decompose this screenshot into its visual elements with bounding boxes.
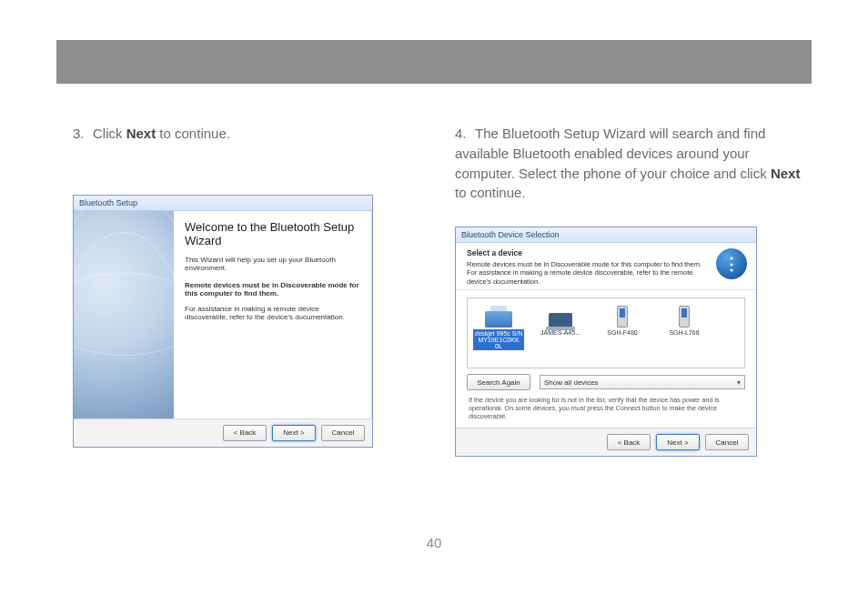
step-3-bold: Next <box>126 126 156 141</box>
content-columns: 3.Click Next to continue. Bluetooth Setu… <box>73 124 801 457</box>
step-3-post: to continue. <box>156 126 230 141</box>
dialog1-p1: This Wizard will help you set up your Bl… <box>185 256 361 272</box>
right-column: 4.The Bluetooth Setup Wizard will search… <box>455 124 801 457</box>
device-label: JAMES-A45... <box>540 329 580 336</box>
step-4-bold: Next <box>771 166 801 181</box>
step-4-post: to continue. <box>455 185 526 200</box>
back-button[interactable]: < Back <box>607 434 651 450</box>
device-item-printer[interactable]: deskjet 995c S/N MY19E1C0KK 0L <box>473 304 524 350</box>
step-4-text: 4.The Bluetooth Setup Wizard will search… <box>455 124 801 203</box>
device-item-laptop[interactable]: JAMES-A45... <box>535 304 586 336</box>
device-label: SGH-F480 <box>607 329 637 336</box>
printer-icon <box>485 311 512 328</box>
dialog2-header: Select a device Remote devices must be i… <box>456 243 756 290</box>
dialog2-header-text: Select a device Remote devices must be i… <box>467 248 709 286</box>
page-number: 40 <box>0 535 868 550</box>
step-4-pre: The Bluetooth Setup Wizard will search a… <box>455 126 771 181</box>
dropdown-value: Show all devices <box>544 378 599 387</box>
device-item-phone1[interactable]: SGH-F480 <box>597 304 648 336</box>
dialog1-p2: For assistance in making a remote device… <box>185 305 361 321</box>
bluetooth-device-selection-dialog: Bluetooth Device Selection Select a devi… <box>455 227 757 457</box>
step-4-number: 4. <box>455 124 475 144</box>
bluetooth-setup-dialog: Bluetooth Setup Welcome to the Bluetooth… <box>73 195 373 448</box>
dialog2-subhead: Select a device <box>467 248 709 257</box>
device-label: deskjet 995c S/N MY19E1C0KK 0L <box>473 329 524 350</box>
dialog1-body: Welcome to the Bluetooth Setup Wizard Th… <box>74 211 372 418</box>
cancel-button[interactable]: Cancel <box>321 425 365 441</box>
dialog1-globe-image <box>74 211 174 418</box>
dialog2-note: If the device you are looking for is not… <box>469 396 743 420</box>
device-filter-dropdown[interactable]: Show all devices ▾ <box>540 375 745 389</box>
dialog2-title: Bluetooth Device Selection <box>456 227 756 243</box>
device-item-phone2[interactable]: SGH-L768 <box>659 304 710 336</box>
laptop-icon <box>549 313 572 328</box>
dialog1-title: Bluetooth Setup <box>74 196 372 211</box>
header-bar <box>56 40 812 84</box>
back-button[interactable]: < Back <box>223 425 267 441</box>
next-button[interactable]: Next > <box>272 425 316 441</box>
step-3-pre: Click <box>93 126 126 141</box>
step-3-number: 3. <box>73 124 93 144</box>
search-again-button[interactable]: Search Again <box>467 374 530 390</box>
device-list[interactable]: deskjet 995c S/N MY19E1C0KK 0L JAMES-A45… <box>467 297 745 368</box>
dialog1-strong: Remote devices must be in Discoverable m… <box>185 281 361 297</box>
next-button[interactable]: Next > <box>656 434 700 450</box>
chevron-down-icon: ▾ <box>737 378 741 387</box>
step-3-text: 3.Click Next to continue. <box>73 124 419 144</box>
dialog2-controls-row: Search Again Show all devices ▾ <box>467 374 745 390</box>
phone-icon <box>679 306 690 328</box>
device-label: SGH-L768 <box>669 329 699 336</box>
dialog1-footer: < Back Next > Cancel <box>74 418 372 447</box>
left-column: 3.Click Next to continue. Bluetooth Setu… <box>73 124 419 457</box>
dialog1-main: Welcome to the Bluetooth Setup Wizard Th… <box>174 211 372 418</box>
dialog1-heading: Welcome to the Bluetooth Setup Wizard <box>185 220 361 248</box>
dialog2-footer: < Back Next > Cancel <box>456 428 756 456</box>
phone-icon <box>617 306 628 328</box>
cancel-button[interactable]: Cancel <box>705 434 749 450</box>
dialog2-subdesc: Remote devices must be in Discoverable m… <box>467 260 709 286</box>
bluetooth-icon: ⋮ <box>716 248 747 279</box>
